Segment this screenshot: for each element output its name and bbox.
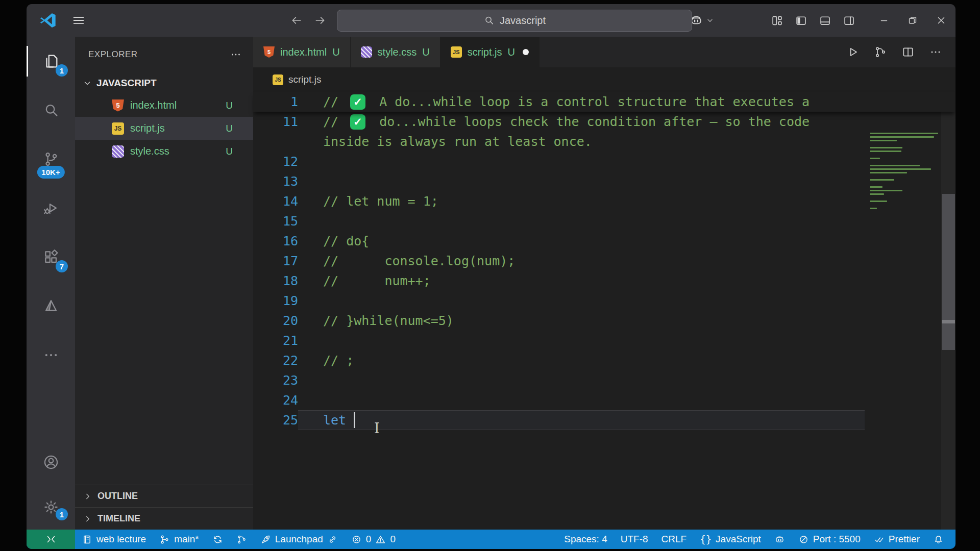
status-branch[interactable]: main*: [153, 530, 206, 549]
line-number: 12: [253, 154, 298, 169]
activity-item-accounts[interactable]: [27, 440, 75, 485]
code-line-14[interactable]: 14 // let num = 1;: [253, 191, 955, 211]
code-line-15[interactable]: 15: [253, 211, 955, 231]
status-language-mode[interactable]: {}JavaScript: [693, 530, 768, 549]
folder-section-javascript[interactable]: JAVASCRIPT: [75, 72, 253, 94]
explorer-badge: 1: [56, 64, 68, 77]
forward-icon[interactable]: [313, 14, 327, 27]
code-line-17[interactable]: 17 // console.log(num);: [253, 251, 955, 271]
activity-item-search[interactable]: [27, 86, 75, 135]
breadcrumb[interactable]: JS script.js: [253, 67, 955, 92]
activity-item-prism-extension[interactable]: [27, 282, 75, 331]
notifications-icon: [933, 534, 944, 545]
code-line-22[interactable]: 22 // ;: [253, 350, 955, 370]
tab-script.js[interactable]: JSscript.js U: [440, 37, 540, 67]
status-profile[interactable]: web lecture: [75, 530, 153, 549]
activity-item-settings[interactable]: 1: [27, 485, 75, 530]
git-status-badge: U: [226, 100, 233, 111]
file-row-index.html[interactable]: 5index.html U: [75, 94, 253, 117]
code-line-11[interactable]: 11 // ✓ do...while loops check the condi…: [253, 112, 955, 132]
remote-indicator[interactable]: [27, 530, 75, 549]
editor-scrollbar[interactable]: [941, 92, 955, 530]
sync-icon: [212, 534, 223, 545]
tab-index.html[interactable]: 5index.html U: [253, 37, 351, 67]
restore-button[interactable]: [898, 4, 927, 37]
code-line-wrap[interactable]: inside is always run at least once.: [253, 132, 955, 152]
chevron-down-icon: [82, 78, 92, 88]
status-eol[interactable]: CRLF: [655, 530, 694, 549]
panel-title: OUTLINE: [97, 491, 138, 502]
customize-layout-icon[interactable]: [771, 14, 783, 27]
toggle-secondary-sidebar-icon[interactable]: [843, 14, 855, 27]
code-line-18[interactable]: 18 // num++;: [253, 271, 955, 291]
code-line-21[interactable]: 21: [253, 331, 955, 350]
remote-icon: [45, 534, 57, 545]
file-row-style.css[interactable]: style.css U: [75, 140, 253, 163]
command-center-search[interactable]: Javascript: [337, 10, 692, 32]
line-number: 22: [253, 353, 298, 368]
back-icon[interactable]: [290, 14, 303, 27]
status-indentation[interactable]: Spaces: 4: [557, 530, 614, 549]
status-notifications[interactable]: [926, 530, 950, 549]
code-line-16[interactable]: 16 // do{: [253, 231, 955, 251]
extensions-badge: 7: [56, 260, 68, 272]
copilot-menu[interactable]: [689, 13, 715, 28]
status-live-server-port[interactable]: Port : 5500: [792, 530, 867, 549]
tab-style.css[interactable]: style.css U: [351, 37, 440, 67]
run-file-icon[interactable]: [846, 45, 860, 59]
code-line-19[interactable]: 19: [253, 291, 955, 311]
toggle-panel-icon[interactable]: [819, 14, 831, 27]
status-text: UTF-8: [621, 534, 648, 545]
menu-icon[interactable]: [71, 13, 86, 28]
activity-item-additional-views[interactable]: [27, 331, 75, 380]
status-prettier[interactable]: Prettier: [867, 530, 926, 549]
code-line-1[interactable]: 1 // ✓ A do...while loop is a control st…: [253, 92, 955, 112]
status-problems[interactable]: 00: [345, 530, 402, 549]
code-line-23[interactable]: 23: [253, 370, 955, 390]
scrollbar-slider[interactable]: [942, 194, 955, 350]
minimize-button[interactable]: [870, 4, 898, 37]
panel-header-outline[interactable]: OUTLINE: [75, 485, 253, 507]
status-copilot-status[interactable]: [768, 530, 792, 549]
split-editor-icon[interactable]: [901, 45, 915, 59]
code-line-25[interactable]: 25 let: [253, 410, 955, 430]
code-editor[interactable]: I 1 // ✓ A do...while loop is a control …: [253, 92, 955, 530]
tab-git-badge: U: [332, 46, 339, 58]
status-text: Prettier: [889, 534, 920, 545]
activity-item-extensions[interactable]: 7: [27, 233, 75, 282]
activity-item-explorer[interactable]: 1: [27, 37, 75, 86]
js-file-icon: JS: [273, 74, 283, 85]
run-or-debug-icon[interactable]: [874, 45, 887, 59]
views-and-more-actions-icon[interactable]: [230, 48, 242, 61]
search-icon: [42, 102, 60, 119]
activity-item-source-control[interactable]: 10K+: [27, 135, 75, 184]
activity-item-run-and-debug[interactable]: [27, 184, 75, 233]
launchpad-icon: [260, 534, 271, 545]
chevron-down-icon: [705, 16, 715, 25]
status-launchpad[interactable]: Launchpad: [254, 530, 345, 549]
panel-header-timeline[interactable]: TIMELINE: [75, 507, 253, 530]
line-number: 18: [253, 273, 298, 288]
status-sync[interactable]: [206, 530, 230, 549]
copilot-status-icon: [774, 534, 785, 545]
file-name: script.js: [130, 122, 165, 134]
code-line-24[interactable]: 24: [253, 390, 955, 410]
explorer-sidebar: EXPLORER JAVASCRIPT 5index.html U JSscri…: [75, 37, 253, 530]
vscode-logo-icon: [39, 11, 57, 30]
file-row-script.js[interactable]: JSscript.js U: [75, 117, 253, 140]
status-text: Port : 5500: [813, 534, 861, 545]
toggle-primary-sidebar-icon[interactable]: [795, 14, 807, 27]
more-actions-icon[interactable]: [929, 45, 942, 59]
minimap[interactable]: [870, 133, 941, 211]
code-line-13[interactable]: 13: [253, 171, 955, 191]
status-encoding[interactable]: UTF-8: [614, 530, 655, 549]
line-number: 23: [253, 373, 298, 388]
code-line-20[interactable]: 20 // }while(num<=5): [253, 311, 955, 331]
status-commit-graph[interactable]: [230, 530, 254, 549]
settings-badge: 1: [56, 508, 68, 520]
breadcrumb-file: script.js: [288, 74, 321, 85]
code-line-12[interactable]: 12: [253, 152, 955, 171]
close-button[interactable]: [927, 4, 955, 37]
status-text: Launchpad: [275, 534, 323, 545]
line-number: 15: [253, 214, 298, 229]
